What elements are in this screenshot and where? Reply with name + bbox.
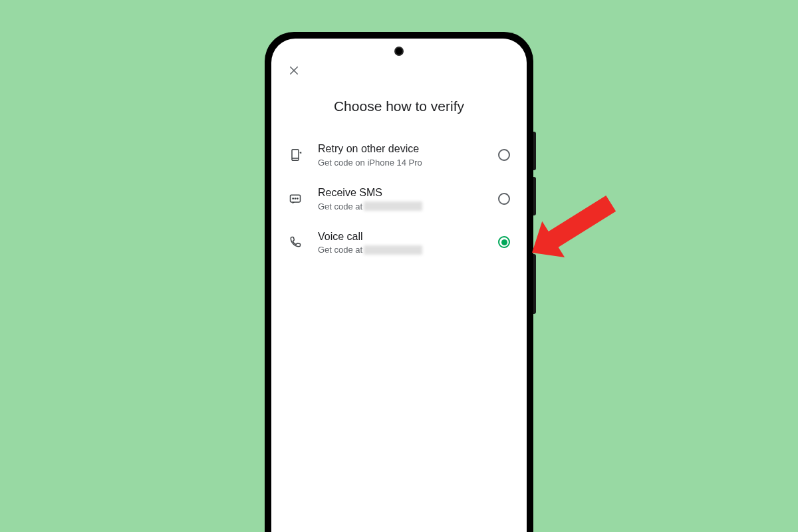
sms-icon	[287, 191, 303, 207]
close-button[interactable]	[286, 64, 302, 80]
redacted-phone-number	[364, 245, 422, 255]
close-icon	[288, 65, 300, 79]
app-content: Choose how to verify Retry on other devi…	[271, 39, 527, 264]
option-subtitle: Get code at	[318, 245, 491, 255]
option-title: Voice call	[318, 230, 491, 244]
option-voice-call[interactable]: Voice call Get code at	[285, 221, 513, 265]
phone-icon	[287, 234, 303, 250]
phone-volume-up-button	[533, 132, 536, 170]
camera-hole	[394, 47, 404, 56]
option-subtitle-text: Get code at	[318, 245, 362, 255]
radio-button[interactable]	[497, 235, 511, 249]
radio-button[interactable]	[497, 192, 511, 205]
option-subtitle: Get code at	[318, 201, 491, 211]
svg-point-5	[293, 198, 293, 199]
svg-rect-2	[292, 150, 299, 161]
option-text: Retry on other device Get code on iPhone…	[318, 142, 491, 168]
option-subtitle-text: Get code on iPhone 14 Pro	[318, 158, 422, 168]
radio-button[interactable]	[497, 148, 511, 162]
option-text: Voice call Get code at	[318, 230, 491, 255]
radio-checked-icon	[498, 236, 510, 248]
phone-frame: Choose how to verify Retry on other devi…	[265, 32, 533, 532]
radio-unchecked-icon	[498, 149, 510, 161]
radio-unchecked-icon	[498, 193, 510, 205]
svg-point-6	[295, 198, 295, 199]
option-text: Receive SMS Get code at	[318, 186, 491, 211]
option-receive-sms[interactable]: Receive SMS Get code at	[285, 177, 513, 221]
option-title: Retry on other device	[318, 142, 491, 156]
device-icon	[287, 147, 303, 163]
option-title: Receive SMS	[318, 186, 491, 200]
svg-point-7	[297, 198, 298, 199]
screenshot-background: Choose how to verify Retry on other devi…	[0, 0, 798, 532]
phone-power-button	[533, 254, 536, 314]
annotation-arrow	[525, 173, 658, 289]
page-title: Choose how to verify	[285, 98, 513, 114]
radio-dot	[501, 239, 507, 245]
option-subtitle-text: Get code at	[318, 201, 362, 211]
redacted-phone-number	[364, 201, 422, 211]
phone-volume-down-button	[533, 177, 536, 215]
phone-screen: Choose how to verify Retry on other devi…	[271, 39, 527, 532]
option-subtitle: Get code on iPhone 14 Pro	[318, 158, 491, 168]
option-retry-other-device[interactable]: Retry on other device Get code on iPhone…	[285, 133, 513, 177]
